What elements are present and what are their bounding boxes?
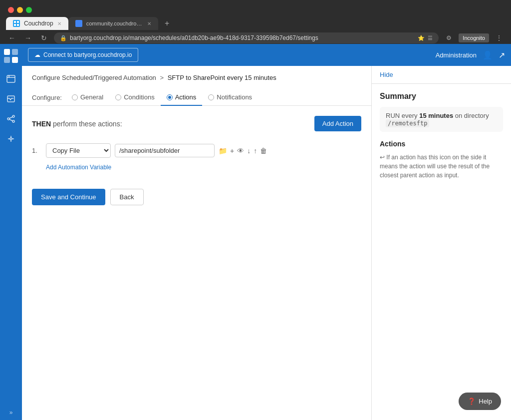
summary-title: Summary	[380, 92, 503, 101]
incognito-badge: Incognito	[459, 33, 489, 42]
svg-rect-6	[4, 57, 10, 63]
help-icon: ❓	[468, 398, 476, 405]
svg-rect-4	[4, 49, 10, 55]
actions-section: THEN perform these actions: Add Action 1…	[22, 106, 371, 181]
summary-actions-title: Actions	[380, 140, 503, 148]
address-icons: ⭐ ☰	[418, 35, 433, 41]
tab-notifications-label: Notifications	[217, 93, 252, 101]
logout-icon[interactable]: ↗	[499, 50, 505, 60]
add-action-button[interactable]: Add Action	[314, 116, 361, 131]
add-var-link[interactable]: Add Automation Variable	[46, 164, 361, 171]
sidebar-item-inbox[interactable]	[2, 90, 20, 108]
action-info-text: ↩ If an action has this icon on the side…	[380, 153, 503, 180]
hide-button[interactable]: Hide	[372, 66, 511, 84]
svg-rect-3	[17, 24, 19, 26]
tab-actions-label: Actions	[175, 93, 197, 101]
connect-label: Connect to bartyorg.couchdrop.io	[43, 51, 132, 58]
tab-conditions[interactable]: Conditions	[109, 89, 160, 106]
move-down-icon[interactable]: ↓	[247, 147, 251, 155]
action-type-select[interactable]: Copy File Move File Delete File Rename F…	[46, 143, 111, 158]
tab-general[interactable]: General	[66, 89, 109, 106]
run-mid: on directory	[455, 112, 489, 119]
page-header: Configure Scheduled/Triggered Automation…	[22, 66, 371, 85]
help-button[interactable]: ❓ Help	[459, 393, 501, 410]
run-code: /remotesftp	[386, 119, 429, 127]
menu-button[interactable]: ⋮	[493, 32, 505, 44]
view-icon[interactable]: 👁	[237, 147, 244, 155]
svg-point-15	[10, 138, 12, 140]
traffic-green	[26, 7, 32, 13]
reload-button[interactable]: ↻	[38, 32, 50, 44]
configure-label: Configure:	[32, 94, 62, 101]
tab-notifications-radio	[208, 94, 214, 100]
summary-actions-label: Actions	[380, 140, 405, 148]
svg-rect-5	[12, 49, 18, 55]
couchdrop-tab-icon	[13, 20, 20, 27]
tab-conditions-radio	[115, 94, 121, 100]
back-nav-button[interactable]: ←	[6, 32, 18, 44]
sidebar-expand-btn[interactable]: »	[9, 409, 13, 416]
save-continue-button[interactable]: Save and Continue	[32, 189, 105, 205]
svg-point-11	[12, 120, 14, 122]
tab-actions[interactable]: Actions	[161, 89, 203, 106]
tab-couchdrop-close[interactable]: ✕	[57, 21, 61, 26]
back-button[interactable]: Back	[110, 189, 144, 205]
sidebar-item-share[interactable]	[2, 110, 20, 128]
run-info: RUN every 15 minutes on directory /remot…	[380, 107, 503, 132]
connect-button[interactable]: ☁ Connect to bartyorg.couchdrop.io	[28, 48, 138, 62]
top-nav: ☁ Connect to bartyorg.couchdrop.io Admin…	[22, 44, 511, 66]
connect-icon: ☁	[34, 51, 40, 58]
add-child-icon[interactable]: +	[230, 147, 234, 155]
new-tab-button[interactable]: +	[161, 17, 173, 29]
run-pre: RUN every	[386, 112, 418, 119]
sidebar: »	[0, 44, 22, 420]
svg-line-13	[9, 117, 12, 118]
tab-couchdrop-label: Couchdrop	[24, 20, 53, 27]
tab-couchdrop[interactable]: Couchdrop ✕	[6, 17, 68, 30]
action-row: 1. Copy File Move File Delete File Renam…	[32, 139, 361, 162]
address-text: bartyorg.couchdrop.io/manage/schedules/a…	[70, 34, 318, 41]
then-bold: THEN	[32, 120, 51, 128]
traffic-red	[8, 7, 14, 13]
then-text: THEN perform these actions:	[32, 120, 122, 128]
admin-link[interactable]: Administration	[436, 51, 477, 59]
svg-line-14	[9, 119, 12, 121]
tab-community-close[interactable]: ✕	[147, 21, 151, 26]
sidebar-logo	[3, 48, 19, 64]
move-up-icon[interactable]: ↑	[254, 147, 257, 155]
community-tab-icon	[75, 20, 82, 27]
extensions-button[interactable]: ⚙	[443, 32, 455, 44]
svg-rect-7	[12, 57, 18, 63]
address-bar[interactable]: 🔒 bartyorg.couchdrop.io/manage/schedules…	[54, 32, 439, 43]
breadcrumb: Configure Scheduled/Triggered Automation…	[32, 74, 361, 81]
tab-community[interactable]: community.couchdrop.io shar... ✕	[68, 17, 158, 30]
tab-notifications[interactable]: Notifications	[202, 89, 258, 106]
action-path-input[interactable]	[115, 144, 215, 157]
breadcrumb-base: Configure Scheduled/Triggered Automation	[32, 74, 156, 81]
then-suffix: perform these actions:	[53, 120, 122, 128]
sidebar-item-automation[interactable]	[2, 130, 20, 148]
tab-general-label: General	[80, 93, 103, 101]
svg-rect-8	[7, 75, 15, 82]
delete-icon[interactable]: 🗑	[260, 147, 267, 155]
tab-conditions-label: Conditions	[124, 93, 154, 101]
folder-browse-icon[interactable]: 📁	[219, 147, 227, 155]
svg-point-10	[12, 115, 14, 117]
action-icons: 📁 + 👁 ↓ ↑ 🗑	[219, 147, 267, 155]
tab-actions-radio	[167, 94, 173, 100]
help-label: Help	[479, 398, 492, 405]
sidebar-item-files[interactable]	[2, 70, 20, 88]
svg-rect-1	[17, 21, 19, 23]
summary-section: Summary RUN every 15 minutes on director…	[372, 84, 511, 188]
traffic-yellow	[17, 7, 23, 13]
run-bold: 15 minutes	[419, 112, 453, 119]
tab-general-radio	[72, 94, 78, 100]
svg-rect-0	[14, 21, 16, 23]
breadcrumb-separator: >	[160, 74, 164, 81]
action-number: 1.	[32, 147, 42, 154]
user-icon[interactable]: 👤	[483, 50, 493, 60]
forward-nav-button[interactable]: →	[22, 32, 34, 44]
svg-rect-2	[14, 24, 16, 26]
summary-panel: Hide Summary RUN every 15 minutes on dir…	[371, 66, 511, 420]
bottom-buttons: Save and Continue Back	[22, 181, 371, 213]
